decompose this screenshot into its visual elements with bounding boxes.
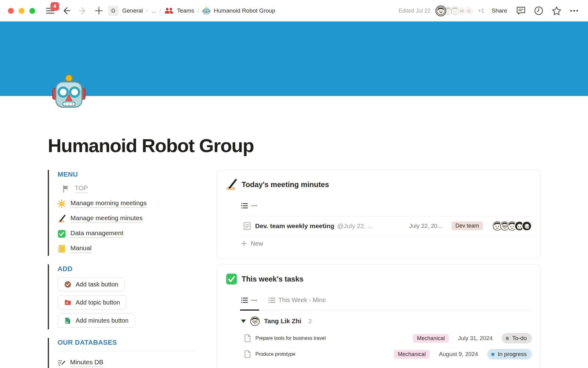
view-tab-this-week-mine[interactable]: This Week - Mine (268, 290, 326, 310)
menu-link-label: Manual (70, 244, 92, 253)
robot-page-icon[interactable] (52, 75, 86, 109)
category-tag: Mechanical (394, 350, 430, 359)
weekly-tasks-card: This week's tasks --- (217, 264, 540, 368)
status-dot (506, 337, 509, 340)
right-column: Today's meeting minutes --- (217, 170, 540, 368)
due-date: July 31, 2024 (458, 335, 492, 342)
updates-badge[interactable]: 4 (51, 2, 59, 11)
view-tab-label: This Week - Mine (278, 297, 326, 304)
minutes-db-link[interactable]: Minutes DB (58, 358, 196, 367)
favorite-button[interactable] (551, 6, 562, 16)
back-button[interactable] (61, 6, 71, 16)
new-meeting-button[interactable]: New (241, 236, 532, 251)
comments-button[interactable] (516, 6, 526, 16)
new-button-label: New (251, 240, 263, 247)
avatar-letter-d[interactable]: D (464, 6, 474, 16)
meeting-date-mention: @July 22, ... (337, 222, 373, 230)
list-view-icon (268, 297, 275, 304)
weekly-tasks-card-header: This week's tasks (225, 273, 532, 286)
back-arrow-icon (62, 6, 71, 15)
menu-link-label: Data management (70, 229, 123, 238)
due-date: August 9, 2024 (439, 351, 478, 358)
menu-link-manual[interactable]: Manual (58, 243, 196, 254)
task-title: Prepare tools for business travel (255, 335, 326, 341)
menu-link-morning-meetings[interactable]: Manage morning meetings (58, 198, 196, 209)
task-row[interactable]: Produce prototype Mechanical August 9, 2… (241, 346, 532, 362)
avatar[interactable] (436, 6, 446, 16)
task-properties: Mechanical July 31, 2024 To-do (413, 333, 532, 343)
teams-people-icon (164, 7, 174, 14)
menu-heading: MENU (58, 171, 196, 178)
divider (58, 351, 196, 351)
category-tag: Mechanical (413, 334, 449, 343)
menu-link-data-management[interactable]: Data management (58, 228, 196, 239)
card-title[interactable]: This week's tasks (242, 275, 303, 283)
menu-link-label: Manage meeting minutes (70, 214, 143, 223)
view-tab-label: --- (251, 297, 257, 304)
add-heading: ADD (58, 265, 196, 273)
task-title: Produce prototype (255, 351, 296, 357)
view-tab-default[interactable]: --- (241, 195, 257, 216)
add-topic-button[interactable]: Add topic button (58, 295, 127, 309)
meeting-row[interactable]: Dev. team weekly meeting @July 22, ... J… (241, 216, 532, 236)
more-options-button[interactable] (569, 6, 579, 16)
minimize-window-button[interactable] (19, 8, 24, 14)
sidebar-toggle-button[interactable]: 4 (44, 4, 57, 17)
green-check-icon (58, 230, 66, 238)
status-label: To-do (512, 335, 527, 342)
team-tag: Dev team (451, 221, 483, 230)
breadcrumb-page[interactable]: Humanoid Robot Group (214, 7, 275, 14)
menu-link-top[interactable]: TOP (62, 183, 196, 194)
view-tab-default[interactable]: --- (241, 290, 257, 310)
add-minutes-button[interactable]: Add minutes button (58, 313, 135, 328)
attendee-avatars (492, 221, 532, 231)
history-button[interactable] (533, 6, 544, 16)
status-badge: In progress (487, 349, 532, 359)
task-row[interactable]: Prepare tools for business travel Mechan… (241, 330, 532, 346)
page-icon (244, 334, 251, 342)
flag-icon (62, 185, 70, 193)
add-button-stack: Add task button Add topic button (58, 277, 196, 328)
meeting-minutes-card: Today's meeting minutes --- (217, 170, 540, 258)
plus-icon (95, 6, 103, 15)
card-title[interactable]: Today's meeting minutes (242, 180, 329, 189)
view-tabs: --- This Week - Mine (241, 290, 532, 311)
collapse-triangle-icon[interactable] (241, 320, 246, 323)
forward-button[interactable] (77, 6, 88, 16)
list-pencil-icon (58, 359, 66, 367)
green-file-plus-icon (64, 317, 71, 324)
meeting-minutes-card-header: Today's meeting minutes (225, 178, 532, 191)
view-tabs: --- (241, 195, 532, 216)
breadcrumb-separator: / (146, 7, 148, 14)
breadcrumb-separator: / (160, 7, 161, 14)
assignee-group-row[interactable]: Tang Lik Zhi 2 (241, 312, 532, 330)
breadcrumb-teams[interactable]: Teams (177, 7, 194, 14)
breadcrumb-ellipsis[interactable]: ... (151, 7, 156, 14)
presence-avatars: M D (436, 6, 474, 16)
breadcrumb-root[interactable]: General (122, 7, 143, 14)
task-properties: Mechanical August 9, 2024 In progress (394, 349, 532, 359)
close-window-button[interactable] (8, 8, 14, 14)
add-minutes-label: Add minutes button (76, 317, 128, 324)
workspace-badge[interactable]: G (108, 6, 119, 16)
menu-link-meeting-minutes[interactable]: Manage meeting minutes (58, 213, 196, 224)
document-icon (243, 222, 251, 230)
card-body: --- Dev. team weekly meeting @July 22, .… (241, 195, 532, 251)
red-folder-plus-icon (64, 299, 71, 306)
new-tab-button[interactable] (94, 6, 104, 16)
breadcrumb: General / ... / Teams / (122, 7, 275, 15)
zoom-window-button[interactable] (29, 8, 35, 14)
add-section: ADD Add task button Ad (48, 264, 196, 329)
clock-icon (534, 6, 544, 16)
databases-section: OUR DATABASES Minutes DB (48, 338, 196, 368)
presence-overflow-count[interactable]: +1 (478, 8, 484, 14)
page-title[interactable]: Humanoid Robot Group (48, 135, 540, 156)
minutes-db-label: Minutes DB (70, 358, 104, 367)
left-column: MENU TOP (48, 170, 196, 368)
add-task-label: Add task button (76, 281, 118, 288)
breadcrumb-separator: / (198, 7, 199, 14)
share-button[interactable]: Share (492, 7, 507, 14)
edited-timestamp[interactable]: Edited Jul 22 (399, 8, 431, 14)
add-task-button[interactable]: Add task button (58, 277, 125, 291)
menu-list: TOP Manage morning meetings (58, 183, 196, 254)
